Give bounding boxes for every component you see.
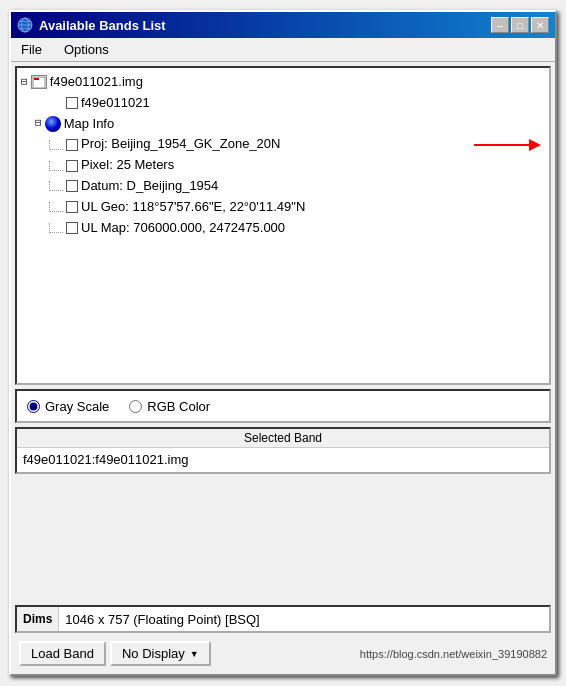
tree-label-child1: f49e011021 <box>81 93 150 114</box>
tree-checkbox-ulmap[interactable] <box>66 222 78 234</box>
arrow-line <box>474 144 529 146</box>
tree-item-mapinfo[interactable]: ⊟ Map Info <box>35 114 545 135</box>
dropdown-arrow-icon: ▼ <box>190 649 199 659</box>
tree-label-pixel: Pixel: 25 Meters <box>81 155 174 176</box>
tree-item-ulmap[interactable]: UL Map: 706000.000, 2472475.000 <box>49 218 545 239</box>
menu-bar: File Options <box>11 38 555 62</box>
main-window: Available Bands List – □ ✕ File Options … <box>9 10 557 676</box>
title-icon <box>17 17 33 33</box>
globe-icon <box>45 116 61 132</box>
tree-item-datum[interactable]: Datum: D_Beijing_1954 <box>49 176 545 197</box>
minimize-button[interactable]: – <box>491 17 509 33</box>
spacer <box>15 478 551 601</box>
status-url: https://blog.csdn.net/weixin_39190882 <box>360 648 547 660</box>
window-title: Available Bands List <box>39 18 166 33</box>
selected-band-value: f49e011021:f49e011021.img <box>17 448 549 472</box>
radio-grayscale-label: Gray Scale <box>45 399 109 414</box>
tree-label-ulgeo: UL Geo: 118°57'57.66"E, 22°0'11.49"N <box>81 197 305 218</box>
tree-label-datum: Datum: D_Beijing_1954 <box>81 176 218 197</box>
no-display-button[interactable]: No Display ▼ <box>110 641 211 666</box>
tree-label-ulmap: UL Map: 706000.000, 2472475.000 <box>81 218 285 239</box>
radio-rgb-input[interactable] <box>129 400 142 413</box>
close-button[interactable]: ✕ <box>531 17 549 33</box>
dims-label: Dims <box>17 607 59 631</box>
bottom-buttons: Load Band No Display ▼ <box>19 641 211 666</box>
menu-file[interactable]: File <box>15 40 48 59</box>
content-area: ⊟ f49e011021.img f49e011021 ⊟ M <box>11 62 555 674</box>
title-bar: Available Bands List – □ ✕ <box>11 12 555 38</box>
file-icon <box>31 75 47 89</box>
tree-item-root[interactable]: ⊟ f49e011021.img <box>21 72 545 93</box>
menu-options[interactable]: Options <box>58 40 115 59</box>
tree-label-mapinfo: Map Info <box>64 114 115 135</box>
radio-grayscale-input[interactable] <box>27 400 40 413</box>
tree-label-root: f49e011021.img <box>50 72 143 93</box>
tree-item-proj[interactable]: Proj: Beijing_1954_GK_Zone_20N <box>49 134 545 155</box>
no-display-label: No Display <box>122 646 185 661</box>
radio-grayscale[interactable]: Gray Scale <box>27 399 109 414</box>
tree-toggle-root[interactable]: ⊟ <box>21 74 28 92</box>
svg-rect-6 <box>34 78 39 80</box>
dims-bar: Dims 1046 x 757 (Floating Point) [BSQ] <box>15 605 551 633</box>
tree-label-proj: Proj: Beijing_1954_GK_Zone_20N <box>81 134 280 155</box>
radio-rgb[interactable]: RGB Color <box>129 399 210 414</box>
radio-group: Gray Scale RGB Color <box>15 389 551 423</box>
tree-checkbox-pixel[interactable] <box>66 160 78 172</box>
bottom-bar: Load Band No Display ▼ https://blog.csdn… <box>15 637 551 670</box>
dims-value: 1046 x 757 (Floating Point) [BSQ] <box>59 612 265 627</box>
proj-row-container: Proj: Beijing_1954_GK_Zone_20N <box>21 134 545 155</box>
arrow-head <box>529 139 541 151</box>
title-controls: – □ ✕ <box>491 17 549 33</box>
selected-band-panel: Selected Band f49e011021:f49e011021.img <box>15 427 551 474</box>
radio-rgb-label: RGB Color <box>147 399 210 414</box>
tree-checkbox-datum[interactable] <box>66 180 78 192</box>
arrow-annotation <box>474 139 541 151</box>
tree-item-ulgeo[interactable]: UL Geo: 118°57'57.66"E, 22°0'11.49"N <box>49 197 545 218</box>
tree-checkbox-ulgeo[interactable] <box>66 201 78 213</box>
tree-item-pixel[interactable]: Pixel: 25 Meters <box>49 155 545 176</box>
tree-item-child1[interactable]: f49e011021 <box>49 93 545 114</box>
load-band-button[interactable]: Load Band <box>19 641 106 666</box>
tree-panel[interactable]: ⊟ f49e011021.img f49e011021 ⊟ M <box>15 66 551 385</box>
selected-band-header: Selected Band <box>17 429 549 448</box>
title-bar-left: Available Bands List <box>17 17 166 33</box>
tree-checkbox-proj[interactable] <box>66 139 78 151</box>
maximize-button[interactable]: □ <box>511 17 529 33</box>
tree-checkbox-child1[interactable] <box>66 97 78 109</box>
tree-toggle-mapinfo[interactable]: ⊟ <box>35 115 42 133</box>
